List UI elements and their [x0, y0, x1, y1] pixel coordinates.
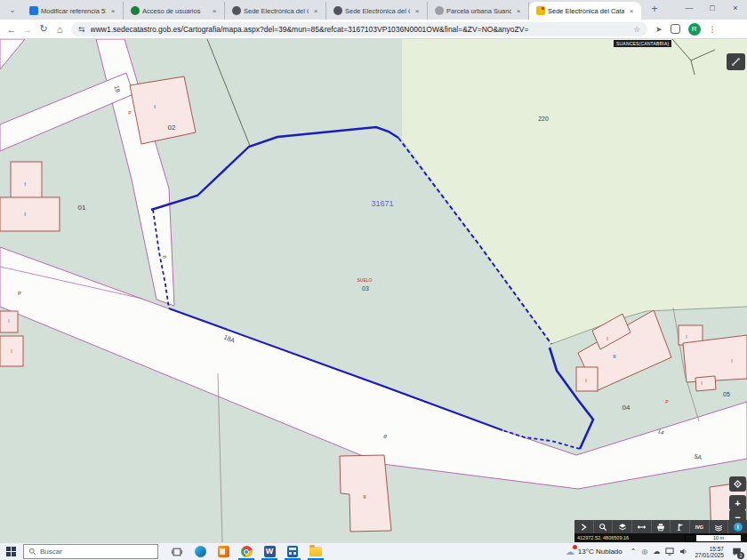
close-button[interactable]: × [724, 0, 747, 18]
weather-alert-badge [573, 545, 577, 549]
building [130, 76, 196, 144]
taskbar-word-button[interactable]: W [258, 543, 281, 560]
taskbar-chrome-button[interactable] [235, 543, 258, 560]
send-to-device-icon[interactable]: ➤ [655, 25, 663, 34]
minimize-button[interactable]: — [678, 0, 701, 18]
map-label: P [128, 110, 131, 116]
printer-icon [656, 523, 665, 532]
toolbar-zoom-search-button[interactable] [594, 520, 614, 533]
back-icon[interactable]: ← [4, 24, 20, 35]
tab-modificar-referencia[interactable]: Modificar referencia 5309/2 × [22, 2, 124, 20]
map-label: II [363, 494, 365, 500]
onedrive-cloud-icon[interactable]: ☁ [653, 548, 660, 556]
taskbar-edge-button[interactable] [189, 543, 212, 560]
clock-date: 27/01/2025 [695, 552, 724, 558]
site-info-icon[interactable]: ⇆ [78, 25, 85, 34]
parcel-line [218, 373, 222, 542]
toolbar-info-button[interactable]: i [728, 520, 747, 533]
tab-title: Acceso de usuarios [142, 7, 207, 15]
tab-sede-catastro-2[interactable]: Sede Electrónica del Catastr × [326, 2, 428, 20]
taskbar-outlook-button[interactable] [212, 543, 235, 560]
toolbar-ivg-button[interactable]: IVG [690, 520, 710, 533]
map-status-bar: 412972.52, 4806509.16 10 m [574, 533, 747, 542]
url-text[interactable]: www1.sedecatastro.gob.es/Cartografia/map… [91, 25, 628, 34]
window-controls: — □ × [678, 0, 747, 18]
cadastre-map-viewport[interactable]: 02 I 01 I I 31671 SUELO 03 220 04 05 I I… [0, 39, 747, 542]
document-favicon-icon [29, 6, 38, 15]
map-label: 02 [168, 124, 176, 132]
toolbar-layers-button[interactable] [613, 520, 632, 533]
start-button[interactable] [0, 543, 21, 560]
toolbar-streetview-pin-button[interactable] [671, 520, 690, 533]
taskbar-clock[interactable]: 15:57 27/01/2025 [695, 546, 724, 558]
search-icon [28, 548, 36, 556]
profile-avatar[interactable]: R [688, 23, 701, 36]
reload-icon[interactable]: ↻ [36, 23, 52, 35]
volume-icon[interactable] [679, 548, 688, 556]
tab-sede-catastro-active[interactable]: Sede Electrónica del Catastr × [529, 2, 641, 20]
tab-list-chevron-icon[interactable]: ⌄ [5, 3, 20, 17]
monitor-icon [665, 548, 674, 556]
word-icon: W [264, 546, 276, 557]
map-label: I [154, 104, 156, 109]
tab-parcela-urbana[interactable]: Parcela urbana Suances res × [428, 2, 529, 20]
new-tab-button[interactable]: + [647, 2, 663, 18]
forward-icon[interactable]: → [20, 24, 36, 35]
building [340, 455, 391, 532]
cursor-coordinates: 412972.52, 4806509.16 [577, 535, 685, 540]
taskbar-search-input[interactable]: Buscar [23, 544, 158, 559]
fullscreen-expand-button[interactable] [727, 53, 745, 70]
tab-close-icon[interactable]: × [514, 7, 523, 15]
bookmark-star-icon[interactable]: ☆ [633, 25, 640, 34]
url-omnibox[interactable]: ⇆ www1.sedecatastro.gob.es/Cartografia/m… [71, 22, 647, 36]
map-label: 01 [78, 204, 86, 212]
home-icon[interactable]: ⌂ [52, 24, 68, 35]
tray-circle-icon[interactable]: ◎ [641, 548, 647, 556]
map-label: 220 [538, 116, 549, 122]
horizontal-arrows-icon [637, 523, 647, 532]
map-canvas[interactable] [0, 39, 747, 542]
tab-close-icon[interactable]: × [210, 7, 219, 15]
hidden-icons-chevron[interactable]: ⌃ [631, 548, 637, 556]
toolbar-measure-button[interactable] [632, 520, 652, 533]
weather-desc: Nublado [596, 548, 622, 556]
map-label: I [24, 212, 26, 217]
task-view-button[interactable] [165, 543, 189, 560]
tab-close-icon[interactable]: × [108, 7, 117, 15]
map-label: I [686, 334, 687, 340]
tab-acceso-usuarios[interactable]: Acceso de usuarios × [124, 2, 225, 20]
menu-dots-icon[interactable]: ⋮ [709, 25, 717, 34]
building [576, 367, 598, 391]
maximize-button[interactable]: □ [701, 0, 724, 18]
zoom-in-button[interactable]: + [729, 495, 746, 510]
map-label: P [18, 291, 21, 296]
tab-close-icon[interactable]: × [311, 7, 320, 15]
building [11, 162, 42, 198]
toolbar-print-button[interactable] [652, 520, 671, 533]
tab-close-icon[interactable]: × [413, 7, 422, 15]
scale-segment [686, 535, 696, 541]
weather-temp: 13°C [578, 548, 594, 556]
suelo-label: SUELO [357, 277, 373, 283]
action-center-button[interactable]: 2 [727, 543, 745, 560]
tab-sede-catastro-1[interactable]: Sede Electrónica del Catastr × [225, 2, 326, 20]
browser-address-bar: ← → ↻ ⌂ ⇆ www1.sedecatastro.gob.es/Carto… [0, 20, 747, 39]
toolbar-collapse-button[interactable] [574, 520, 594, 533]
gear-favicon-icon [435, 6, 444, 15]
network-display-icon[interactable] [665, 548, 674, 556]
scale-label: 10 m [696, 535, 741, 541]
weather-widget[interactable]: ☁ 13°C Nublado [566, 547, 622, 556]
edge-icon [195, 546, 206, 557]
taskbar-file-explorer-button[interactable] [304, 543, 327, 560]
tab-close-icon[interactable]: × [627, 7, 636, 15]
map-label: 04 [622, 404, 631, 412]
map-label: I [606, 336, 607, 341]
extensions-icon[interactable] [671, 24, 680, 34]
municipality-tag: SUANCES(CANTABRIA) [614, 40, 671, 47]
pan-compass-button[interactable] [729, 476, 746, 492]
windows-taskbar: Buscar W ☁ 13°C Nubl [0, 542, 747, 560]
flag-pin-icon [676, 523, 685, 532]
tree-favicon-icon [131, 6, 140, 15]
toolbar-imagery-button[interactable] [710, 520, 729, 533]
taskbar-calculator-button[interactable] [281, 543, 304, 560]
